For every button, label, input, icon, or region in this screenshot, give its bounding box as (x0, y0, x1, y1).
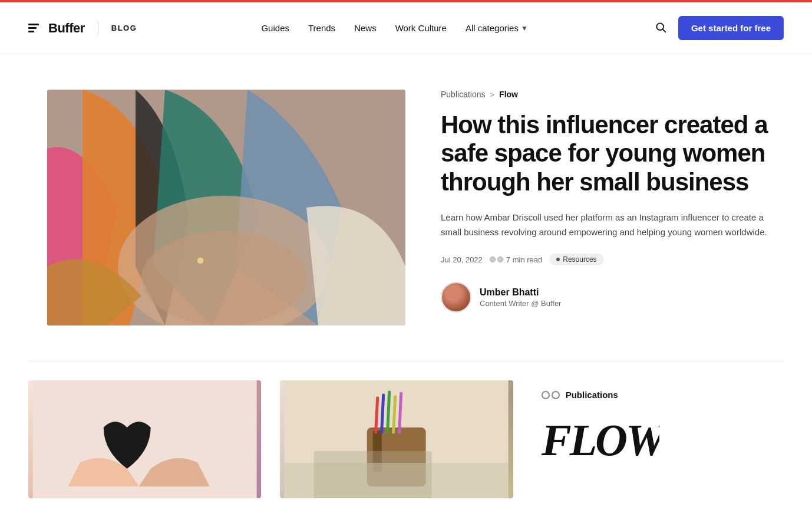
search-icon (655, 21, 666, 33)
main-content: Publications > Flow How this influencer … (0, 54, 812, 498)
card-gap-1 (261, 380, 280, 498)
article-date: Jul 20, 2022 (441, 255, 483, 264)
svg-text:FLOW: FLOW (542, 415, 659, 462)
hero-image (47, 90, 405, 325)
header-left: Buffer BLOG (28, 21, 137, 36)
reading-time: 7 min read (490, 255, 542, 264)
card-2-image (280, 380, 513, 498)
author-row: Umber Bhatti Content Writer @ Buffer (441, 282, 784, 313)
author-avatar (441, 282, 471, 313)
logo-divider (98, 22, 98, 35)
nav-news[interactable]: News (354, 23, 377, 33)
reading-icon (490, 256, 503, 262)
reading-time-text: 7 min read (506, 255, 542, 264)
hero-content: Publications > Flow How this influencer … (441, 90, 784, 313)
main-nav: Guides Trends News Work Culture All cate… (261, 23, 527, 33)
buffer-logo-icon (28, 24, 39, 32)
pub-circle-1 (542, 391, 550, 399)
hero-section: Publications > Flow How this influencer … (0, 54, 812, 361)
reading-circle-2 (497, 256, 503, 262)
author-avatar-image (442, 283, 470, 311)
author-name: Umber Bhatti (480, 287, 561, 298)
svg-line-10 (376, 398, 378, 432)
publications-label: Publications (566, 390, 618, 400)
card-2-svg (280, 380, 513, 498)
publications-header: Publications (542, 390, 774, 400)
breadcrumb-current: Flow (499, 90, 518, 99)
svg-rect-16 (314, 451, 432, 498)
flow-svg: FLOW (542, 409, 659, 462)
svg-line-14 (400, 393, 401, 432)
svg-line-12 (388, 392, 390, 432)
article-title: How this influencer created a safe space… (441, 111, 784, 196)
header: Buffer BLOG Guides Trends News Work Cult… (0, 2, 812, 54)
card-1 (28, 380, 261, 498)
article-subtitle: Learn how Ambar Driscoll used her platfo… (441, 210, 784, 240)
tag-label: Resources (563, 255, 596, 264)
svg-point-5 (197, 257, 204, 264)
breadcrumb-publications[interactable]: Publications (441, 90, 486, 99)
svg-line-1 (663, 29, 666, 32)
header-right: Get started for free (652, 16, 784, 40)
get-started-button[interactable]: Get started for free (678, 16, 784, 40)
author-job-title: Content Writer @ Buffer (480, 299, 561, 308)
publications-icon (542, 391, 560, 399)
article-tag[interactable]: Resources (549, 254, 603, 265)
card-1-image (28, 380, 261, 498)
author-info: Umber Bhatti Content Writer @ Buffer (480, 287, 561, 308)
bottom-cards: Publications FLOW (0, 361, 812, 498)
article-meta: Jul 20, 2022 7 min read Resources (441, 254, 784, 265)
breadcrumb-separator: > (490, 90, 495, 99)
card-gap-2 (513, 380, 532, 498)
all-categories-dropdown[interactable]: All categories ▼ (466, 23, 528, 33)
breadcrumb: Publications > Flow (441, 90, 784, 99)
nav-work-culture[interactable]: Work Culture (395, 23, 447, 33)
logo-text: Buffer (48, 21, 85, 36)
card-2 (280, 380, 513, 498)
pub-circle-2 (552, 391, 560, 399)
nav-guides[interactable]: Guides (261, 23, 289, 33)
svg-point-4 (141, 231, 306, 325)
svg-line-11 (382, 395, 384, 432)
search-button[interactable] (652, 19, 669, 37)
reading-circle-1 (490, 256, 496, 262)
tag-dot (556, 258, 560, 261)
nav-trends[interactable]: Trends (308, 23, 335, 33)
card-1-svg (28, 380, 261, 498)
hero-image-svg (47, 90, 405, 325)
card-3-publications: Publications FLOW (532, 380, 784, 498)
chevron-down-icon: ▼ (521, 24, 528, 32)
flow-logo-text: FLOW (542, 409, 774, 469)
svg-line-13 (394, 397, 395, 432)
hero-image-container (47, 90, 405, 325)
logo-blog: BLOG (111, 24, 137, 32)
